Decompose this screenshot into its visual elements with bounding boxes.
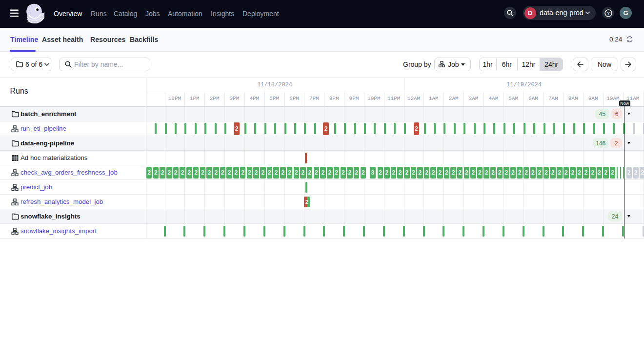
- svg-text:?: ?: [607, 11, 610, 16]
